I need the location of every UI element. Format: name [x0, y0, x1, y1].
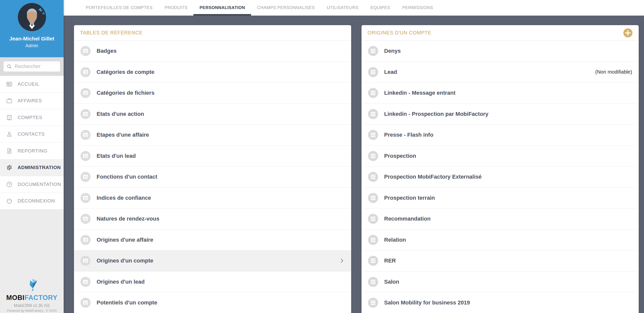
list-item[interactable]: Linkedin - Prospection par MobiFactory: [361, 104, 639, 125]
sidebar-filler: MOBIFACTORY MobiCRM v1.35 r55 Powered by…: [0, 210, 64, 313]
list-item-label: Prospection MobiFactory Externalisé: [384, 174, 482, 180]
table-icon: [80, 67, 91, 77]
sidebar-footer: MOBIFACTORY MobiCRM v1.35 r55 Powered by…: [0, 277, 64, 313]
app-version: MobiCRM v1.35 r55: [0, 303, 64, 308]
sidebar-item-label: COMPTES: [18, 115, 42, 120]
tab-champs-personnalises[interactable]: CHAMPS PERSONNALISÉS: [251, 0, 321, 16]
table-icon: [80, 151, 91, 161]
list-item-label: Presse - Flash info: [384, 132, 433, 138]
search-block: [0, 57, 64, 76]
table-icon: [80, 46, 91, 56]
list-item[interactable]: Natures de rendez-vous: [74, 208, 351, 230]
list-item-label: Denys: [384, 48, 401, 54]
list-item[interactable]: Prospection: [361, 146, 639, 167]
list-item-label: Catégories de fichiers: [97, 90, 154, 96]
list-item[interactable]: Potentiels d'un compte: [74, 292, 351, 313]
list-item[interactable]: Denys: [361, 41, 639, 62]
tab-equipes[interactable]: EQUIPES: [365, 0, 396, 16]
list-item-label: Indices de confiance: [97, 195, 151, 201]
chevron-right-icon: [339, 258, 345, 264]
brand-mobi: MOBI: [6, 294, 25, 301]
list-item[interactable]: Etats d'une action: [74, 104, 351, 125]
gear-icon: [6, 164, 13, 171]
sidebar-item-deconnexion[interactable]: DÉCONNEXION: [0, 193, 64, 210]
menu-list-icon: [368, 193, 378, 203]
search-input[interactable]: [15, 64, 57, 69]
list-item-label: Etapes d'une affaire: [97, 132, 149, 138]
avatar: [18, 3, 46, 31]
list-item[interactable]: Prospection MobiFactory Externalisé: [361, 167, 639, 188]
sidebar-item-contacts[interactable]: CONTACTS: [0, 126, 64, 143]
list-item[interactable]: Etats d'un lead: [74, 146, 351, 167]
list-item[interactable]: Indices de confiance: [74, 188, 351, 209]
list-item[interactable]: Origines d'une affaire: [74, 230, 351, 251]
list-item[interactable]: Recommandation: [361, 208, 639, 230]
list-item-label: Salon Mobility for business 2019: [384, 299, 470, 306]
sidebar-nav: ACCUEIL AFFAIRES COMP: [0, 76, 64, 210]
list-item[interactable]: Badges: [74, 41, 351, 62]
panel-title: ORIGINES D'UN COMPTE: [368, 30, 431, 36]
list-item-label: Lead: [384, 69, 397, 75]
list-item[interactable]: RER: [361, 250, 639, 272]
table-icon: [80, 109, 91, 119]
list-item-label: Fonctions d'un contact: [97, 174, 157, 180]
brand-factory: FACTORY: [24, 294, 57, 301]
search-box[interactable]: [3, 61, 60, 72]
plus-icon: [623, 28, 633, 38]
table-icon: [80, 193, 91, 203]
tab-portefeuilles-de-comptes[interactable]: PORTEFEUILLES DE COMPTES: [80, 0, 158, 16]
tab-personnalisation[interactable]: PERSONNALISATION: [193, 0, 251, 16]
list-item[interactable]: Lead (Non modifiable): [361, 62, 639, 83]
sidebar-item-administration[interactable]: ADMINISTRATION: [0, 160, 64, 176]
list-item-label: Prospection: [384, 153, 416, 159]
menu-list-icon: [368, 298, 378, 308]
sidebar-item-documentation[interactable]: DOCUMENTATION: [0, 176, 64, 193]
help-icon: [6, 181, 13, 188]
list-item-label: Catégories de compte: [97, 69, 154, 75]
list-item-selected[interactable]: Origines d'un compte: [74, 250, 351, 272]
menu-list-icon: [368, 151, 378, 161]
top-navigation: PORTEFEUILLES DE COMPTES PRODUITS PERSON…: [64, 0, 644, 16]
list-item[interactable]: Relation: [361, 230, 639, 251]
user-block: Jean-Michel Gillet Admin: [0, 0, 64, 57]
panel-title: TABLES DE RÉFÉRENCE: [80, 30, 143, 36]
tab-produits[interactable]: PRODUITS: [158, 0, 193, 16]
menu-list-icon: [368, 214, 378, 224]
menu-list-icon: [368, 88, 378, 98]
list-item[interactable]: Fonctions d'un contact: [74, 167, 351, 188]
list-item[interactable]: Catégories de fichiers: [74, 83, 351, 104]
list-item[interactable]: Prospection terrain: [361, 188, 639, 209]
user-role: Admin: [25, 43, 38, 48]
power-icon: [6, 197, 13, 205]
list-item[interactable]: Salon Mobility for business 2019: [361, 292, 639, 313]
list-item[interactable]: Linkedin - Message entrant: [361, 83, 639, 104]
sidebar: Jean-Michel Gillet Admin ACCUEIL: [0, 0, 64, 313]
list-item-label: Origines d'une affaire: [97, 237, 153, 243]
list-item[interactable]: Salon: [361, 272, 639, 293]
sidebar-item-reporting[interactable]: REPORTING: [0, 143, 64, 160]
list-item-label: RER: [384, 257, 396, 264]
tab-permissions[interactable]: PERMISSIONS: [396, 0, 439, 16]
list-item-label: Natures de rendez-vous: [97, 216, 159, 222]
list-item[interactable]: Origines d'un lead: [74, 272, 351, 293]
sidebar-item-label: ACCUEIL: [18, 81, 39, 87]
list-item-label: Potentiels d'un compte: [97, 299, 157, 306]
briefcase-icon: [6, 97, 13, 105]
menu-list-icon: [368, 130, 378, 140]
table-icon: [80, 172, 91, 182]
tab-utilisateurs[interactable]: UTILISATEURS: [321, 0, 364, 16]
sidebar-item-comptes[interactable]: COMPTES: [0, 109, 64, 126]
list-item[interactable]: Catégories de compte: [74, 62, 351, 83]
add-origin-button[interactable]: [623, 28, 633, 38]
list-item[interactable]: Presse - Flash info: [361, 125, 639, 146]
non-editable-note: (Non modifiable): [595, 69, 632, 75]
list-item[interactable]: Etapes d'une affaire: [74, 125, 351, 146]
sidebar-item-affaires[interactable]: AFFAIRES: [0, 93, 64, 110]
sidebar-item-accueil[interactable]: ACCUEIL: [0, 76, 64, 93]
sidebar-item-label: CONTACTS: [18, 131, 45, 137]
sidebar-item-label: DOCUMENTATION: [18, 182, 61, 187]
table-icon: [80, 235, 91, 245]
table-icon: [80, 298, 91, 308]
menu-list-icon: [368, 67, 378, 77]
home-icon: [6, 80, 13, 88]
